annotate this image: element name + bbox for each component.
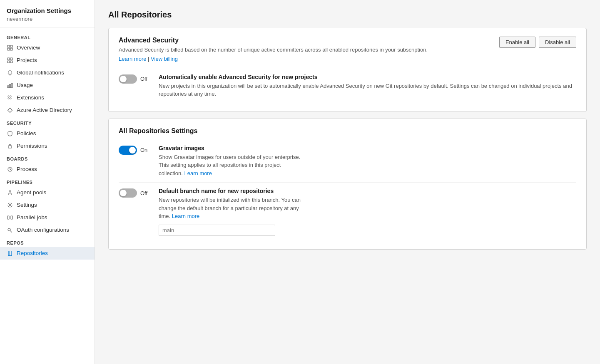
view-billing-link[interactable]: View billing xyxy=(151,56,178,62)
sidebar-item-settings[interactable]: Settings xyxy=(0,199,95,211)
sidebar-item-process[interactable]: Process xyxy=(0,163,95,176)
learn-more-link[interactable]: Learn more xyxy=(119,56,146,62)
svg-rect-0 xyxy=(7,45,10,47)
sidebar-label-process: Process xyxy=(17,166,37,172)
key-icon xyxy=(7,227,13,233)
advanced-security-links: Learn more | View billing xyxy=(119,56,428,62)
sidebar-item-permissions[interactable]: Permissions xyxy=(0,140,95,152)
default-branch-desc-line2: change the default branch for a particul… xyxy=(159,205,299,211)
sidebar: Organization Settings nevermore General … xyxy=(0,0,95,364)
sidebar-item-agent-pools[interactable]: Agent pools xyxy=(0,186,95,199)
svg-rect-15 xyxy=(7,216,9,219)
sidebar-label-projects: Projects xyxy=(17,57,37,63)
org-settings-title: Organization Settings xyxy=(7,7,88,15)
sidebar-label-agent-pools: Agent pools xyxy=(17,189,46,196)
sidebar-item-usage[interactable]: Usage xyxy=(0,79,95,92)
default-branch-toggle-area: Off xyxy=(119,188,152,198)
advanced-security-header: Advanced Security Advanced Security is b… xyxy=(119,37,576,69)
sidebar-label-permissions: Permissions xyxy=(17,143,47,149)
section-label-general: General xyxy=(0,31,95,42)
auto-enable-content: Automatically enable Advanced Security f… xyxy=(159,74,576,98)
svg-rect-8 xyxy=(7,86,9,88)
sidebar-item-repositories[interactable]: Repositories xyxy=(0,247,95,260)
gravatar-desc-line3: collection. xyxy=(159,170,183,176)
sidebar-label-notifications: Global notifications xyxy=(17,69,64,76)
agent-icon xyxy=(7,189,13,196)
sidebar-item-overview[interactable]: Overview xyxy=(0,42,95,54)
gravatar-setting: On Gravatar images Show Gravatar images … xyxy=(119,140,576,183)
auto-enable-toggle-label: Off xyxy=(140,76,147,82)
svg-rect-9 xyxy=(10,84,11,88)
sidebar-item-oauth[interactable]: OAuth configurations xyxy=(0,224,95,236)
puzzle-icon xyxy=(7,94,13,101)
gravatar-toggle-area: On xyxy=(119,145,152,155)
svg-point-14 xyxy=(9,204,11,206)
gravatar-toggle-label: On xyxy=(140,147,147,153)
svg-rect-5 xyxy=(10,58,12,60)
section-label-repos: Repos xyxy=(0,236,95,247)
advanced-security-card: Advanced Security Advanced Security is b… xyxy=(108,28,587,112)
default-branch-desc-line3: time. xyxy=(159,213,170,219)
default-branch-toggle[interactable] xyxy=(119,188,137,198)
section-label-security: Security xyxy=(0,116,95,127)
disable-all-button[interactable]: Disable all xyxy=(539,37,576,48)
default-branch-desc-line1: New repositories will be initialized wit… xyxy=(159,197,301,203)
svg-point-13 xyxy=(9,191,11,192)
gravatar-toggle[interactable] xyxy=(119,146,137,155)
sidebar-item-policies[interactable]: Policies xyxy=(0,127,95,140)
advanced-security-actions: Enable all Disable all xyxy=(499,37,576,48)
enable-all-button[interactable]: Enable all xyxy=(499,37,535,48)
bell-icon xyxy=(7,69,13,76)
svg-rect-6 xyxy=(7,61,10,63)
advanced-security-title: Advanced Security xyxy=(119,37,428,44)
all-repos-settings-title: All Repositories Settings xyxy=(119,127,576,135)
sidebar-item-projects[interactable]: Projects xyxy=(0,54,95,67)
sidebar-label-extensions: Extensions xyxy=(17,94,44,101)
gravatar-content: Gravatar images Show Gravatar images for… xyxy=(159,145,576,178)
repo-icon xyxy=(7,250,13,257)
svg-rect-7 xyxy=(10,61,12,63)
gravatar-title: Gravatar images xyxy=(159,145,576,151)
sidebar-label-parallel-jobs: Parallel jobs xyxy=(17,214,47,220)
auto-enable-desc: New projects in this organization will b… xyxy=(159,82,576,98)
sidebar-label-oauth: OAuth configurations xyxy=(17,227,69,233)
page-title: All Repositories xyxy=(108,10,587,20)
gear-icon xyxy=(7,202,13,208)
org-name: nevermore xyxy=(7,16,88,22)
grid-icon xyxy=(7,45,13,51)
auto-enable-toggle[interactable] xyxy=(119,74,137,84)
lock-icon xyxy=(7,143,13,149)
sidebar-item-extensions[interactable]: Extensions xyxy=(0,92,95,104)
sidebar-item-parallel-jobs[interactable]: Parallel jobs xyxy=(0,211,95,224)
svg-rect-10 xyxy=(11,83,12,88)
default-branch-desc: New repositories will be initialized wit… xyxy=(159,196,576,220)
usage-icon xyxy=(7,82,13,89)
sidebar-label-usage: Usage xyxy=(17,82,33,88)
default-branch-content: Default branch name for new repositories… xyxy=(159,188,576,236)
all-repos-settings-card: All Repositories Settings On Gravatar im… xyxy=(108,119,587,250)
sidebar-label-settings: Settings xyxy=(17,202,37,208)
default-branch-learn-more-link[interactable]: Learn more xyxy=(172,213,199,219)
svg-rect-3 xyxy=(10,48,12,50)
gravatar-desc: Show Gravatar images for users outside o… xyxy=(159,153,576,178)
gravatar-learn-more-link[interactable]: Learn more xyxy=(184,170,212,176)
gravatar-desc-line2: This setting applies to all repositories… xyxy=(159,162,281,168)
svg-rect-4 xyxy=(7,58,10,60)
auto-enable-title: Automatically enable Advanced Security f… xyxy=(159,74,576,80)
section-label-pipelines: Pipelines xyxy=(0,176,95,186)
gravatar-desc-line1: Show Gravatar images for users outside o… xyxy=(159,154,300,160)
auto-enable-setting: Off Automatically enable Advanced Securi… xyxy=(119,69,576,103)
main-content: All Repositories Advanced Security Advan… xyxy=(95,0,600,364)
sidebar-item-azure-ad[interactable]: Azure Active Directory xyxy=(0,104,95,116)
sidebar-label-overview: Overview xyxy=(17,45,40,51)
auto-enable-toggle-area: Off xyxy=(119,74,152,84)
default-branch-input[interactable] xyxy=(159,225,275,236)
sidebar-item-global-notifications[interactable]: Global notifications xyxy=(0,67,95,79)
default-branch-title: Default branch name for new repositories xyxy=(159,188,576,194)
shield-icon xyxy=(7,130,13,137)
parallel-icon xyxy=(7,214,13,221)
svg-rect-2 xyxy=(7,48,10,50)
default-branch-setting: Off Default branch name for new reposito… xyxy=(119,182,576,241)
section-label-boards: Boards xyxy=(0,152,95,163)
projects-icon xyxy=(7,57,13,64)
